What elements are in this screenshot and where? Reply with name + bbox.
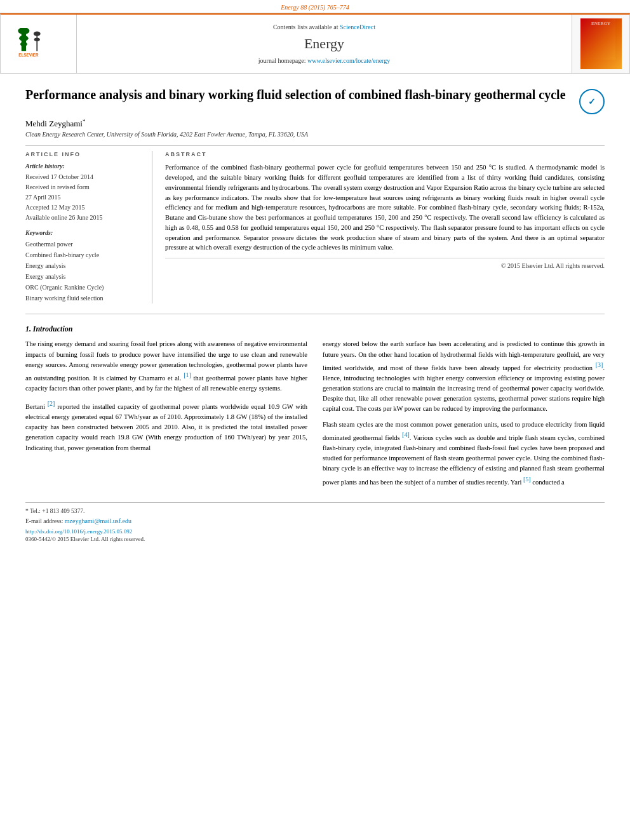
- section-number: 1.: [25, 324, 31, 333]
- keywords-label: Keywords:: [25, 229, 144, 236]
- journal-header: ELSEVIER Contents lists available at Sci…: [0, 13, 630, 74]
- author-affiliation: Clean Energy Research Center, University…: [25, 131, 605, 138]
- main-content: ✓ Performance analysis and binary workin…: [0, 74, 630, 555]
- keyword-5: ORC (Organic Rankine Cycle): [25, 282, 144, 293]
- abstract-text: Performance of the combined flash-binary…: [165, 163, 605, 253]
- article-title: Performance analysis and binary working …: [25, 86, 605, 103]
- svg-point-6: [34, 37, 39, 41]
- available-date: Available online 26 June 2015: [25, 213, 144, 223]
- accepted-date: Accepted 12 May 2015: [25, 203, 144, 213]
- ref-2[interactable]: [2]: [48, 400, 55, 407]
- sciencedirect-link[interactable]: ScienceDirect: [340, 23, 375, 30]
- ref-1[interactable]: [1]: [184, 371, 191, 378]
- keyword-4: Exergy analysis: [25, 271, 144, 282]
- elsevier-tree-logo: ELSEVIER: [13, 28, 64, 60]
- article-history-label: Article history:: [25, 163, 144, 170]
- footer-email[interactable]: mzeyghami@mail.usf.edu: [65, 517, 131, 524]
- ref-5[interactable]: [5]: [523, 476, 531, 483]
- intro-para-1: The rising energy demand and soaring fos…: [25, 339, 307, 394]
- abstract-column: ABSTRACT Performance of the combined fla…: [165, 151, 605, 303]
- intro-para-4: Flash steam cycles are the most common p…: [323, 420, 605, 488]
- intro-para-3: energy stored below the earth surface ha…: [323, 339, 605, 414]
- contents-line: Contents lists available at ScienceDirec…: [273, 23, 375, 30]
- svg-point-3: [20, 42, 27, 46]
- body-right-col: energy stored below the earth surface ha…: [323, 339, 605, 492]
- body-left-col: The rising energy demand and soaring fos…: [25, 339, 307, 492]
- ref-3[interactable]: [3]: [596, 361, 603, 368]
- keyword-6: Binary working fluid selection: [25, 293, 144, 303]
- author-name: Mehdi Zeyghami*: [25, 118, 605, 129]
- received-date: Received 17 October 2014: [25, 172, 144, 182]
- copyright-line: © 2015 Elsevier Ltd. All rights reserved…: [165, 258, 605, 269]
- footer-notes: * Tel.: +1 813 409 5377. E-mail address:…: [25, 502, 605, 542]
- footer-tel: * Tel.: +1 813 409 5377.: [25, 507, 605, 516]
- journal-cover-image: ENERGY: [580, 18, 622, 69]
- intro-para-2: Bertani [2] reported the installed capac…: [25, 399, 307, 453]
- journal-title: Energy: [304, 36, 344, 52]
- svg-point-1: [18, 28, 29, 34]
- article-info-header: ARTICLE INFO: [25, 151, 144, 157]
- abstract-header: ABSTRACT: [165, 151, 605, 157]
- homepage-line: journal homepage: www.elsevier.com/locat…: [258, 57, 390, 64]
- article-info-abstract-section: ARTICLE INFO Article history: Received 1…: [25, 145, 605, 303]
- journal-cover-area: ENERGY: [572, 15, 629, 73]
- journal-citation-bar: Energy 88 (2015) 765–774: [0, 0, 630, 13]
- svg-rect-8: [580, 18, 615, 60]
- footer-issn: 0360-5442/© 2015 Elsevier Ltd. All right…: [25, 536, 605, 542]
- footer-email-line: E-mail address: mzeyghami@mail.usf.edu: [25, 516, 605, 526]
- footer-doi[interactable]: http://dx.doi.org/10.1016/j.energy.2015.…: [25, 528, 605, 535]
- author-sup: *: [83, 118, 86, 124]
- introduction-heading: 1. Introduction: [25, 324, 605, 334]
- journal-center: Contents lists available at ScienceDirec…: [77, 15, 572, 73]
- svg-rect-4: [36, 35, 37, 51]
- svg-point-5: [33, 31, 40, 36]
- article-info-column: ARTICLE INFO Article history: Received 1…: [25, 151, 152, 303]
- ref-4[interactable]: [4]: [402, 431, 410, 438]
- svg-text:ELSEVIER: ELSEVIER: [18, 53, 39, 57]
- keyword-2: Combined flash-binary cycle: [25, 250, 144, 260]
- received-revised-label: Received in revised form: [25, 182, 144, 192]
- elsevier-logo-area: ELSEVIER: [1, 15, 77, 73]
- keyword-1: Geothermal power: [25, 239, 144, 250]
- revised-date: 27 April 2015: [25, 192, 144, 203]
- section-divider: [25, 314, 605, 314]
- section-title-text: Introduction: [33, 324, 73, 333]
- crossmark-badge: ✓: [579, 89, 605, 114]
- homepage-url[interactable]: www.elsevier.com/locate/energy: [307, 57, 390, 64]
- journal-citation: Energy 88 (2015) 765–774: [281, 4, 349, 11]
- body-two-col: The rising energy demand and soaring fos…: [25, 339, 605, 492]
- keyword-3: Energy analysis: [25, 260, 144, 271]
- svg-point-2: [19, 36, 29, 41]
- article-title-area: ✓ Performance analysis and binary workin…: [25, 86, 605, 114]
